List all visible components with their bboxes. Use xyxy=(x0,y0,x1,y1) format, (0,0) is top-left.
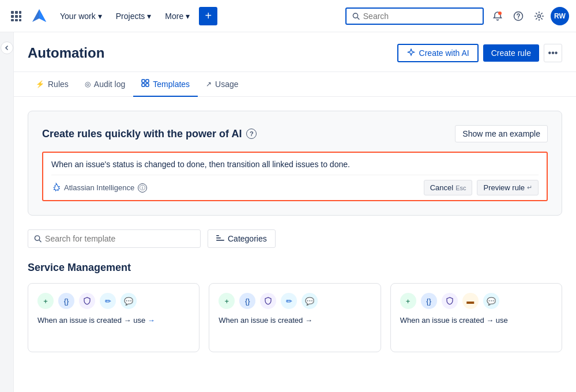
svg-rect-6 xyxy=(11,19,14,21)
cancel-button[interactable]: Cancel Esc xyxy=(424,180,473,195)
create-button[interactable]: + xyxy=(199,7,217,25)
ai-box-title: Create rules quickly with the power of A… xyxy=(42,128,257,140)
categories-icon xyxy=(216,235,224,243)
create-rule-button[interactable]: Create rule xyxy=(483,44,539,62)
template-search-input[interactable] xyxy=(45,234,194,243)
card-icons: + {} ✏ 💬 xyxy=(37,293,190,309)
svg-rect-15 xyxy=(146,80,149,82)
svg-point-12 xyxy=(518,18,519,19)
page-tabs: ⚡ Rules ◎ Audit log Templates ↗ Usage xyxy=(14,72,576,97)
page-header: Automation Create with AI Create rule ••… xyxy=(14,32,576,72)
svg-rect-3 xyxy=(11,15,14,18)
ai-footer-left: Atlassian Intelligence ⓘ xyxy=(51,182,147,193)
svg-rect-1 xyxy=(15,11,18,14)
rules-icon: ⚡ xyxy=(36,80,44,88)
create-with-ai-button[interactable]: Create with AI xyxy=(397,44,479,62)
preview-kbd: ↵ xyxy=(527,184,532,191)
ai-create-box: Create rules quickly with the power of A… xyxy=(28,111,562,216)
notifications-icon[interactable] xyxy=(488,7,507,25)
ai-input-footer: Atlassian Intelligence ⓘ Cancel Esc Prev… xyxy=(51,175,539,200)
collapse-sidebar-button[interactable] xyxy=(1,42,13,54)
card-icon-shield xyxy=(79,293,95,309)
svg-rect-20 xyxy=(216,238,221,239)
card-icon-braces: {} xyxy=(239,293,255,309)
card-icon-pencil: ✏ xyxy=(100,293,116,309)
ai-box-header: Create rules quickly with the power of A… xyxy=(42,125,548,142)
card-text: When an issue is created → use → xyxy=(37,316,190,325)
template-cards-row: + {} ✏ 💬 When an issue is created → use … xyxy=(28,283,562,352)
template-search-icon xyxy=(34,235,42,243)
template-search-container[interactable] xyxy=(28,229,201,248)
top-navigation: Your work ▾ Projects ▾ More ▾ + xyxy=(0,0,576,32)
templates-content: Create rules quickly with the power of A… xyxy=(14,97,576,366)
card-icon-braces: {} xyxy=(58,293,74,309)
sidebar-toggle[interactable] xyxy=(0,32,14,392)
svg-rect-7 xyxy=(15,19,18,21)
ai-input-text: When an issue's status is changed to don… xyxy=(51,160,539,175)
ai-sparkle-icon xyxy=(406,48,416,58)
more-options-button[interactable]: ••• xyxy=(544,44,562,62)
projects-nav[interactable]: Projects ▾ xyxy=(111,8,156,24)
search-input[interactable] xyxy=(363,12,477,21)
grid-menu-icon[interactable] xyxy=(7,7,25,25)
preview-rule-button[interactable]: Preview rule ↵ xyxy=(477,180,539,195)
template-search-row: Categories xyxy=(28,229,562,248)
card-icon-chat: 💬 xyxy=(483,293,499,309)
tab-rules[interactable]: ⚡ Rules xyxy=(28,73,77,97)
svg-rect-17 xyxy=(146,84,149,86)
svg-rect-21 xyxy=(216,240,224,241)
template-card[interactable]: + {} ✏ 💬 When an issue is created → use … xyxy=(28,283,199,352)
card-icon-plus: + xyxy=(219,293,235,309)
svg-point-13 xyxy=(538,14,541,17)
cancel-kbd: Esc xyxy=(455,184,466,191)
svg-rect-14 xyxy=(142,80,145,82)
svg-rect-4 xyxy=(15,15,18,18)
template-card[interactable]: + {} ▬ 💬 When an issue is created → use xyxy=(390,283,562,352)
app-logo[interactable] xyxy=(30,7,48,25)
card-icon-rect: ▬ xyxy=(462,293,479,309)
ai-input-area[interactable]: When an issue's status is changed to don… xyxy=(42,152,548,201)
tab-usage[interactable]: ↗ Usage xyxy=(198,73,246,97)
usage-icon: ↗ xyxy=(206,80,212,88)
card-icon-plus: + xyxy=(37,293,54,309)
ai-footer-info-icon[interactable]: ⓘ xyxy=(138,183,147,193)
svg-rect-16 xyxy=(142,84,145,86)
card-icons: + {} ✏ 💬 xyxy=(219,293,371,309)
ai-help-icon[interactable]: ? xyxy=(246,129,257,139)
ai-footer-right: Cancel Esc Preview rule ↵ xyxy=(424,180,539,195)
card-text: When an issue is created → xyxy=(219,316,371,325)
card-icon-plus: + xyxy=(400,293,416,309)
card-icons: + {} ▬ 💬 xyxy=(400,293,552,309)
card-icon-shield xyxy=(442,293,458,309)
your-work-nav[interactable]: Your work ▾ xyxy=(55,8,107,24)
tab-templates[interactable]: Templates xyxy=(133,72,198,97)
categories-button[interactable]: Categories xyxy=(208,229,276,248)
main-content: Automation Create with AI Create rule ••… xyxy=(14,32,576,392)
svg-rect-0 xyxy=(11,11,14,14)
user-avatar[interactable]: RW xyxy=(551,7,569,25)
audit-icon: ◎ xyxy=(85,80,91,88)
card-icon-chat: 💬 xyxy=(302,293,318,309)
more-nav[interactable]: More ▾ xyxy=(160,8,194,24)
global-search-bar[interactable] xyxy=(345,7,484,25)
svg-point-9 xyxy=(353,13,357,17)
search-icon xyxy=(352,12,360,20)
help-icon[interactable] xyxy=(509,7,528,25)
svg-point-10 xyxy=(498,12,502,15)
svg-rect-5 xyxy=(19,15,21,18)
svg-point-18 xyxy=(35,236,39,240)
show-example-button[interactable]: Show me an example xyxy=(455,125,548,142)
svg-rect-2 xyxy=(19,11,21,14)
section-title: Service Management xyxy=(28,262,562,274)
template-card[interactable]: + {} ✏ 💬 When an issue is created → xyxy=(209,283,381,352)
card-icon-shield xyxy=(260,293,276,309)
ai-spinner-icon xyxy=(51,182,61,193)
settings-icon[interactable] xyxy=(530,7,548,25)
card-icon-braces: {} xyxy=(421,293,437,309)
svg-rect-8 xyxy=(19,19,21,21)
page-title: Automation xyxy=(28,45,104,61)
card-text: When an issue is created → use xyxy=(400,316,552,325)
header-actions: Create with AI Create rule ••• xyxy=(397,44,562,62)
tab-audit-log[interactable]: ◎ Audit log xyxy=(77,73,133,97)
card-icon-pencil: ✏ xyxy=(281,293,297,309)
